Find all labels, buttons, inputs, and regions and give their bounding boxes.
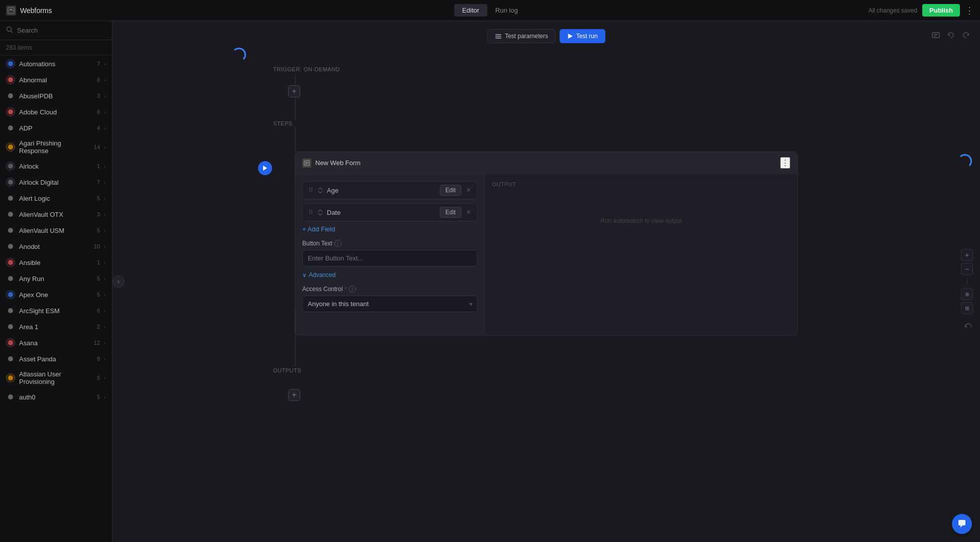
sidebar-item-count: 3 [92,211,100,217]
test-parameters-button[interactable]: Test parameters [487,29,556,43]
tab-editor[interactable]: Editor [454,4,487,17]
redo-button[interactable] [960,29,972,43]
sidebar-item-arcsight-esm[interactable]: ArcSight ESM 6 › [0,303,112,319]
sidebar-item-ansible[interactable]: Ansible 1 › [0,254,112,270]
more-menu-button[interactable]: ⋮ [965,5,974,16]
sidebar-item-abuseipdb[interactable]: AbuseIPDB 3 › [0,88,112,104]
sidebar-item-apex-one[interactable]: Apex One 5 › [0,287,112,303]
form-node: New Web Form ⋮ [295,152,798,335]
sidebar-item-count: 5 [92,375,100,381]
svg-point-4 [8,77,13,82]
form-node-more-button[interactable]: ⋮ [780,157,790,169]
sidebar-chevron-icon: › [104,308,106,314]
flow-line-3 [295,126,296,153]
sidebar-item-count: 1 [92,259,100,265]
sidebar-icon [6,226,15,235]
test-run-button[interactable]: Test run [560,29,605,43]
search-input[interactable] [17,27,106,34]
sidebar-item-any-run[interactable]: Any Run 5 › [0,270,112,287]
undo-button[interactable] [945,29,957,43]
sidebar-item-count: 1 [92,163,100,169]
chat-support-button[interactable] [952,514,972,534]
drag-icon-date [308,208,314,216]
svg-point-36 [309,188,310,189]
topbar: Webforms Editor Run log All changes save… [0,0,980,21]
svg-point-17 [8,292,13,297]
field-remove-date-button[interactable]: × [465,208,472,217]
topbar-right: All changes saved Publish ⋮ [869,4,974,17]
sidebar-chevron-icon: › [104,227,106,233]
node-spinner [958,154,972,168]
app-logo [6,6,16,16]
sidebar-item-auth0[interactable]: auth0 5 › [0,389,112,405]
field-edit-age-button[interactable]: Edit [440,185,461,196]
sidebar-item-asset-panda[interactable]: Asset Panda 9 › [0,351,112,367]
sidebar-item-area-1[interactable]: Area 1 2 › [0,319,112,335]
sidebar-icon [6,242,15,251]
access-control-select[interactable]: Anyone in this tenant Specific users Onl… [302,296,477,312]
sidebar-icon [6,178,15,187]
sidebar-item-automations[interactable]: Automations 7 › [0,56,112,72]
sidebar-item-agari-phishing-response[interactable]: Agari Phishing Response 14 › [0,136,112,158]
sidebar-item-adobe-cloud[interactable]: Adobe Cloud 8 › [0,104,112,120]
svg-marker-27 [568,34,573,39]
steps-label: STEPS [273,120,293,126]
sidebar-item-name: Atlassian User Provisioning [19,370,88,385]
tab-run-log[interactable]: Run log [487,4,526,17]
reset-view-button[interactable] [964,322,973,334]
sidebar-item-atlassian-user-provisioning[interactable]: Atlassian User Provisioning 5 › [0,367,112,389]
zoom-fit-button[interactable]: ⊕ [961,288,973,300]
sidebar-icon [6,143,15,152]
publish-button[interactable]: Publish [922,4,960,17]
sidebar-item-alert-logic[interactable]: Alert Logic 5 › [0,190,112,206]
zoom-reset-button[interactable]: ⊞ [961,302,973,314]
sidebar-item-adp[interactable]: ADP 4 › [0,120,112,136]
sidebar-item-name: AlienVault USM [19,227,88,234]
svg-point-12 [8,212,13,217]
svg-point-19 [8,324,13,329]
field-name-age: Age [327,187,436,194]
sidebar-chevron-icon: › [104,179,106,185]
svg-point-7 [8,125,13,130]
sidebar-item-count: 5 [92,276,100,282]
test-parameters-label: Test parameters [505,33,548,40]
sidebar-chevron-icon: › [104,259,106,265]
svg-point-43 [311,210,312,211]
sidebar-item-anodot[interactable]: Anodot 10 › [0,238,112,254]
add-output-button[interactable]: + [288,389,300,401]
sidebar-item-airlock[interactable]: Airlock 1 › [0,158,112,174]
field-remove-age-button[interactable]: × [465,186,472,195]
flow-line-2 [295,97,296,120]
field-name-date: Date [327,209,436,216]
add-field-link[interactable]: + Add Field [302,225,335,233]
svg-point-6 [8,109,13,114]
advanced-toggle[interactable]: ∨ Advanced [302,272,477,279]
sidebar-item-alienvault-otx[interactable]: AlienVault OTX 3 › [0,206,112,222]
sidebar-item-airlock-digital[interactable]: Airlock Digital 7 › [0,174,112,190]
sidebar-item-alienvault-usm[interactable]: AlienVault USM 5 › [0,222,112,238]
play-node-button[interactable] [258,161,272,175]
sidebar-chevron-icon: › [104,195,106,201]
svg-point-21 [8,356,13,361]
field-edit-date-button[interactable]: Edit [440,207,461,218]
zoom-out-button[interactable]: − [961,263,973,275]
svg-point-41 [311,191,312,192]
add-trigger-button[interactable]: + [288,85,300,97]
sidebar-item-abnormal[interactable]: Abnormal 8 › [0,72,112,88]
field-row-date: Date Edit × [302,203,477,221]
search-box [0,21,112,40]
run-output-hint: Run automation to view output [492,217,790,224]
sidebar-item-count: 9 [92,356,100,362]
sidebar-item-asana[interactable]: Asana 12 › [0,335,112,351]
sidebar-item-name: auth0 [19,393,88,401]
button-text-input[interactable] [302,250,477,266]
svg-point-14 [8,244,13,249]
zoom-in-button[interactable]: + [961,249,973,261]
canvas-icon-btn-1[interactable] [930,29,942,43]
access-required-indicator: * [345,286,347,292]
sidebar-icon [6,107,15,116]
sidebar-icon [6,290,15,299]
sidebar-item-count: 5 [92,195,100,201]
collapse-sidebar-button[interactable]: ‹ [112,276,125,288]
form-node-icon [302,159,311,168]
